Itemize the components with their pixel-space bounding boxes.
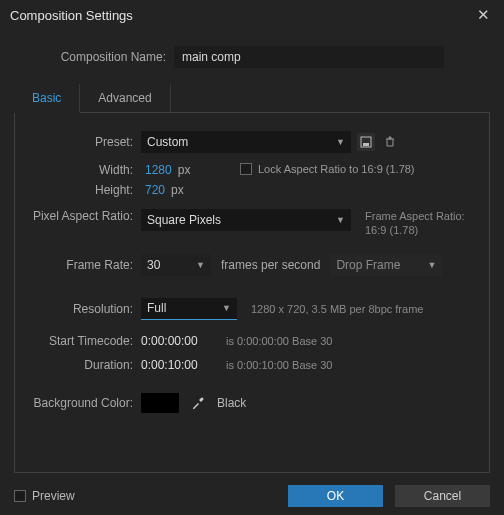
bg-color-swatch[interactable] [141, 393, 179, 413]
par-label: Pixel Aspect Ratio: [25, 209, 141, 223]
svg-rect-1 [363, 143, 369, 146]
height-unit: px [171, 183, 184, 197]
resolution-label: Resolution: [25, 302, 141, 316]
par-dropdown[interactable]: Square Pixels ▼ [141, 209, 351, 231]
fps-suffix: frames per second [221, 258, 320, 272]
resolution-value: Full [147, 301, 166, 315]
height-value[interactable]: 720 [141, 183, 169, 197]
preset-value: Custom [147, 135, 188, 149]
comp-name-input[interactable] [174, 46, 444, 68]
bg-color-label: Background Color: [25, 396, 141, 410]
preview-label: Preview [32, 489, 75, 503]
chevron-down-icon: ▼ [222, 303, 231, 313]
duration-value[interactable]: 0:00:10:00 [141, 358, 216, 372]
width-unit: px [178, 163, 191, 177]
preset-dropdown[interactable]: Custom ▼ [141, 131, 351, 153]
fps-label: Frame Rate: [25, 258, 141, 272]
lock-aspect-checkbox[interactable] [240, 163, 252, 175]
eyedropper-icon[interactable] [187, 392, 209, 414]
resolution-hint: 1280 x 720, 3.5 MB per 8bpc frame [251, 303, 423, 315]
width-label: Width: [25, 163, 141, 177]
resolution-dropdown[interactable]: Full ▼ [141, 298, 237, 320]
start-tc-label: Start Timecode: [25, 334, 141, 348]
drop-frame-dropdown[interactable]: Drop Frame ▼ [330, 254, 442, 276]
chevron-down-icon: ▼ [336, 215, 345, 225]
far-label: Frame Aspect Ratio: [365, 209, 465, 223]
duration-label: Duration: [25, 358, 141, 372]
close-icon[interactable]: ✕ [471, 4, 496, 26]
comp-name-label: Composition Name: [14, 50, 174, 64]
delete-preset-icon[interactable] [381, 133, 399, 151]
height-label: Height: [25, 183, 141, 197]
preview-checkbox[interactable] [14, 490, 26, 502]
fps-value-dropdown[interactable]: 30 ▼ [141, 254, 211, 276]
duration-hint: is 0:00:10:00 Base 30 [226, 359, 332, 371]
dialog-title: Composition Settings [10, 8, 133, 23]
width-value[interactable]: 1280 [141, 163, 176, 177]
preset-label: Preset: [25, 135, 141, 149]
lock-aspect-label: Lock Aspect Ratio to 16:9 (1.78) [258, 163, 415, 175]
ok-button[interactable]: OK [288, 485, 383, 507]
chevron-down-icon: ▼ [427, 260, 436, 270]
chevron-down-icon: ▼ [336, 137, 345, 147]
tab-basic[interactable]: Basic [14, 84, 80, 113]
tab-advanced[interactable]: Advanced [80, 84, 170, 112]
start-tc-hint: is 0:00:00:00 Base 30 [226, 335, 332, 347]
fps-value: 30 [147, 258, 160, 272]
far-value: 16:9 (1.78) [365, 223, 465, 237]
par-value: Square Pixels [147, 213, 221, 227]
bg-color-name: Black [217, 396, 246, 410]
drop-frame-value: Drop Frame [336, 258, 400, 272]
start-tc-value[interactable]: 0:00:00:00 [141, 334, 216, 348]
cancel-button[interactable]: Cancel [395, 485, 490, 507]
save-preset-icon[interactable] [357, 133, 375, 151]
chevron-down-icon: ▼ [196, 260, 205, 270]
